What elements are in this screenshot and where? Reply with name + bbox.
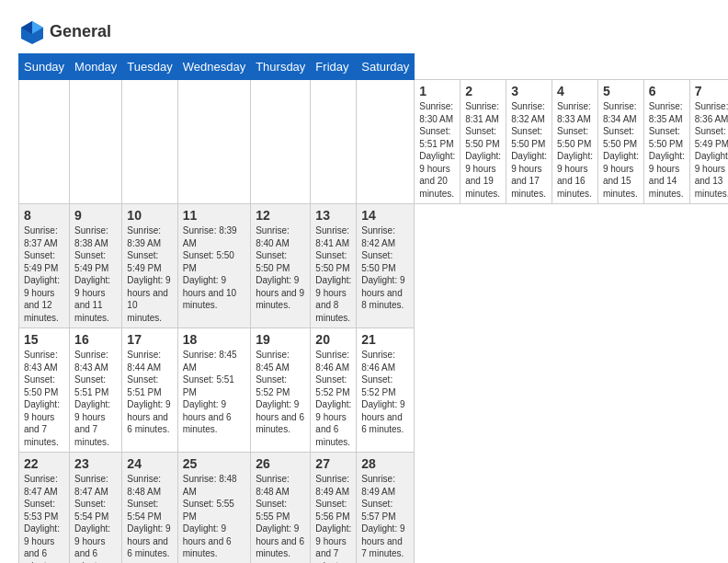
- calendar-cell: 9Sunrise: 8:38 AM Sunset: 5:49 PM Daylig…: [70, 204, 122, 328]
- calendar-cell: 5Sunrise: 8:34 AM Sunset: 5:50 PM Daylig…: [597, 80, 643, 204]
- day-number: 1: [419, 84, 455, 98]
- calendar-cell: 27Sunrise: 8:49 AM Sunset: 5:56 PM Dayli…: [311, 453, 357, 564]
- calendar-cell: 22Sunrise: 8:47 AM Sunset: 5:53 PM Dayli…: [19, 453, 70, 564]
- day-info: Sunrise: 8:43 AM Sunset: 5:50 PM Dayligh…: [24, 349, 64, 448]
- calendar-cell: [251, 80, 311, 204]
- calendar-cell: 24Sunrise: 8:48 AM Sunset: 5:54 PM Dayli…: [122, 453, 177, 564]
- calendar-cell: 25Sunrise: 8:48 AM Sunset: 5:55 PM Dayli…: [177, 453, 250, 564]
- day-number: 23: [74, 456, 117, 471]
- day-number: 20: [315, 332, 351, 347]
- day-info: Sunrise: 8:31 AM Sunset: 5:50 PM Dayligh…: [465, 100, 501, 200]
- calendar-cell: 12Sunrise: 8:40 AM Sunset: 5:50 PM Dayli…: [251, 204, 311, 328]
- calendar-cell: 15Sunrise: 8:43 AM Sunset: 5:50 PM Dayli…: [19, 328, 70, 453]
- day-info: Sunrise: 8:49 AM Sunset: 5:57 PM Dayligh…: [361, 473, 409, 560]
- calendar-cell: 1Sunrise: 8:30 AM Sunset: 5:51 PM Daylig…: [415, 80, 461, 204]
- day-info: Sunrise: 8:34 AM Sunset: 5:50 PM Dayligh…: [603, 100, 639, 200]
- calendar-cell: 18Sunrise: 8:45 AM Sunset: 5:51 PM Dayli…: [177, 328, 250, 453]
- calendar-cell: [70, 80, 122, 204]
- calendar-cell: 4Sunrise: 8:33 AM Sunset: 5:50 PM Daylig…: [552, 80, 598, 204]
- day-number: 17: [127, 332, 172, 347]
- calendar-cell: 2Sunrise: 8:31 AM Sunset: 5:50 PM Daylig…: [461, 80, 506, 204]
- page-header: General: [18, 18, 710, 46]
- weekday-header-tuesday: Tuesday: [122, 54, 177, 80]
- day-info: Sunrise: 8:47 AM Sunset: 5:54 PM Dayligh…: [74, 473, 117, 563]
- day-info: Sunrise: 8:45 AM Sunset: 5:52 PM Dayligh…: [256, 349, 305, 436]
- day-info: Sunrise: 8:42 AM Sunset: 5:50 PM Dayligh…: [361, 224, 409, 312]
- day-number: 15: [24, 332, 64, 347]
- calendar-cell: 17Sunrise: 8:44 AM Sunset: 5:51 PM Dayli…: [122, 328, 177, 453]
- calendar-cell: 14Sunrise: 8:42 AM Sunset: 5:50 PM Dayli…: [357, 204, 415, 328]
- calendar-cell: 16Sunrise: 8:43 AM Sunset: 5:51 PM Dayli…: [70, 328, 122, 453]
- calendar-cell: 13Sunrise: 8:41 AM Sunset: 5:50 PM Dayli…: [311, 204, 357, 328]
- calendar-cell: 20Sunrise: 8:46 AM Sunset: 5:52 PM Dayli…: [311, 328, 357, 453]
- calendar-cell: 21Sunrise: 8:46 AM Sunset: 5:52 PM Dayli…: [357, 328, 415, 453]
- day-info: Sunrise: 8:30 AM Sunset: 5:51 PM Dayligh…: [419, 100, 455, 200]
- day-number: 28: [361, 456, 409, 471]
- weekday-header-thursday: Thursday: [251, 54, 311, 80]
- calendar-cell: [122, 80, 177, 204]
- calendar-week-row: 15Sunrise: 8:43 AM Sunset: 5:50 PM Dayli…: [19, 328, 729, 453]
- day-number: 8: [24, 208, 64, 223]
- calendar-cell: 10Sunrise: 8:39 AM Sunset: 5:49 PM Dayli…: [122, 204, 177, 328]
- day-info: Sunrise: 8:48 AM Sunset: 5:55 PM Dayligh…: [183, 473, 245, 560]
- calendar-cell: [19, 80, 70, 204]
- day-info: Sunrise: 8:49 AM Sunset: 5:56 PM Dayligh…: [315, 473, 351, 563]
- day-info: Sunrise: 8:36 AM Sunset: 5:49 PM Dayligh…: [695, 100, 728, 200]
- day-number: 7: [695, 84, 728, 98]
- calendar-cell: [357, 80, 415, 204]
- day-info: Sunrise: 8:43 AM Sunset: 5:51 PM Dayligh…: [74, 349, 117, 448]
- day-info: Sunrise: 8:41 AM Sunset: 5:50 PM Dayligh…: [315, 224, 351, 324]
- day-number: 21: [361, 332, 409, 347]
- day-number: 16: [74, 332, 117, 347]
- calendar-cell: 19Sunrise: 8:45 AM Sunset: 5:52 PM Dayli…: [251, 328, 311, 453]
- calendar-cell: 8Sunrise: 8:37 AM Sunset: 5:49 PM Daylig…: [19, 204, 70, 328]
- day-number: 10: [127, 208, 172, 223]
- day-info: Sunrise: 8:46 AM Sunset: 5:52 PM Dayligh…: [361, 349, 409, 436]
- calendar-cell: 7Sunrise: 8:36 AM Sunset: 5:49 PM Daylig…: [689, 80, 728, 204]
- day-number: 25: [183, 456, 245, 471]
- day-number: 4: [557, 84, 593, 98]
- logo: General: [18, 18, 111, 46]
- calendar-body: 1Sunrise: 8:30 AM Sunset: 5:51 PM Daylig…: [19, 80, 729, 564]
- day-info: Sunrise: 8:46 AM Sunset: 5:52 PM Dayligh…: [315, 349, 351, 448]
- day-number: 14: [361, 208, 409, 223]
- day-info: Sunrise: 8:35 AM Sunset: 5:50 PM Dayligh…: [649, 100, 685, 200]
- calendar-cell: 26Sunrise: 8:48 AM Sunset: 5:55 PM Dayli…: [251, 453, 311, 564]
- calendar-cell: [311, 80, 357, 204]
- day-info: Sunrise: 8:48 AM Sunset: 5:55 PM Dayligh…: [256, 473, 305, 560]
- day-number: 5: [603, 84, 639, 98]
- day-number: 27: [315, 456, 351, 471]
- day-number: 11: [183, 208, 245, 223]
- logo-icon: [18, 18, 46, 46]
- weekday-header-saturday: Saturday: [357, 54, 415, 80]
- day-info: Sunrise: 8:47 AM Sunset: 5:53 PM Dayligh…: [24, 473, 64, 563]
- calendar-week-row: 8Sunrise: 8:37 AM Sunset: 5:49 PM Daylig…: [19, 204, 729, 328]
- weekday-header-sunday: Sunday: [19, 54, 70, 80]
- day-number: 26: [256, 456, 305, 471]
- day-number: 9: [74, 208, 117, 223]
- calendar-cell: 28Sunrise: 8:49 AM Sunset: 5:57 PM Dayli…: [357, 453, 415, 564]
- day-info: Sunrise: 8:37 AM Sunset: 5:49 PM Dayligh…: [24, 224, 64, 324]
- calendar-cell: [177, 80, 250, 204]
- day-number: 24: [127, 456, 172, 471]
- calendar-cell: 11Sunrise: 8:39 AM Sunset: 5:50 PM Dayli…: [177, 204, 250, 328]
- calendar-header-row: SundayMondayTuesdayWednesdayThursdayFrid…: [19, 54, 729, 80]
- calendar-week-row: 1Sunrise: 8:30 AM Sunset: 5:51 PM Daylig…: [19, 80, 729, 204]
- day-number: 22: [24, 456, 64, 471]
- weekday-header-monday: Monday: [70, 54, 122, 80]
- day-info: Sunrise: 8:39 AM Sunset: 5:50 PM Dayligh…: [183, 224, 245, 312]
- day-info: Sunrise: 8:38 AM Sunset: 5:49 PM Dayligh…: [74, 224, 117, 324]
- weekday-header-friday: Friday: [311, 54, 357, 80]
- day-number: 13: [315, 208, 351, 223]
- logo-text: General: [50, 22, 111, 42]
- day-number: 12: [256, 208, 305, 223]
- day-number: 2: [465, 84, 501, 98]
- day-info: Sunrise: 8:40 AM Sunset: 5:50 PM Dayligh…: [256, 224, 305, 312]
- day-info: Sunrise: 8:48 AM Sunset: 5:54 PM Dayligh…: [127, 473, 172, 560]
- day-number: 6: [649, 84, 685, 98]
- day-number: 19: [256, 332, 305, 347]
- day-info: Sunrise: 8:39 AM Sunset: 5:49 PM Dayligh…: [127, 224, 172, 324]
- day-info: Sunrise: 8:45 AM Sunset: 5:51 PM Dayligh…: [183, 349, 245, 436]
- weekday-header-wednesday: Wednesday: [177, 54, 250, 80]
- day-number: 18: [183, 332, 245, 347]
